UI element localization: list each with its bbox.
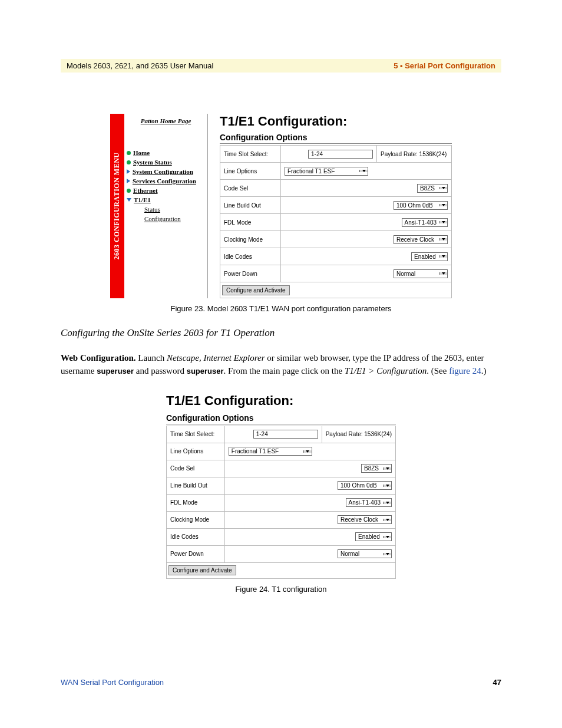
page-footer: WAN Serial Port Configuration 47 (61, 678, 501, 687)
power-down-select[interactable]: Normal (338, 549, 392, 558)
para-seg: .) (481, 366, 487, 375)
power-down-select[interactable]: Normal (394, 269, 448, 278)
panel-title: T1/E1 Configuration: (220, 114, 452, 129)
para-bold-prefix: Web Configuration. (61, 353, 138, 363)
clocking-mode-select[interactable]: Receive Clock (338, 515, 392, 524)
time-slot-label: Time Slot Select: (220, 146, 281, 163)
line-build-select[interactable]: 100 Ohm 0dB (338, 481, 392, 490)
dropdown-icon (439, 187, 447, 189)
dropdown-icon (439, 238, 447, 241)
idle-codes-select[interactable]: Enabled (355, 532, 392, 541)
dropdown-icon (383, 519, 391, 521)
code-sel-select[interactable]: B8ZS (361, 464, 392, 473)
figure-23-screenshot: 2603 CONFIGURATION MENU Patton Home Page… (110, 114, 452, 298)
power-down-label: Power Down (220, 265, 281, 282)
bullet-icon (127, 189, 131, 193)
config-panel: T1/E1 Configuration: Configuration Optio… (207, 114, 452, 298)
para-seg: Launch (138, 353, 167, 363)
configure-activate-button[interactable]: Configure and Activate (168, 565, 236, 575)
bullet-icon (127, 160, 131, 164)
dropdown-icon (439, 272, 447, 275)
line-options-label: Line Options (167, 443, 225, 460)
dropdown-icon (439, 255, 447, 258)
idle-codes-label: Idle Codes (220, 248, 281, 265)
para-seg: . (See (427, 366, 449, 375)
fdl-mode-label: FDL Mode (167, 494, 225, 511)
fig24-panel-subtitle: Configuration Options (166, 413, 396, 424)
para-seg: . From the main page click on the (224, 366, 345, 375)
sidebar-nav: Patton Home Page Home System Status Syst… (124, 114, 207, 298)
dropdown-icon (383, 467, 391, 470)
para-mono: superuser (97, 367, 134, 375)
para-mono: superuser (187, 367, 224, 375)
sidebar-red-stripe: 2603 CONFIGURATION MENU (110, 114, 124, 298)
para-italic: Netscape, Internet Explorer (167, 353, 265, 363)
line-build-label: Line Build Out (167, 477, 225, 494)
time-slot-input[interactable]: 1-24 (308, 150, 373, 159)
page-header: Models 2603, 2621, and 2635 User Manual … (61, 59, 501, 73)
triangle-right-icon (127, 169, 130, 174)
fig24-panel-title: T1/E1 Configuration: (166, 393, 396, 409)
dropdown-icon (383, 485, 391, 487)
dropdown-icon (383, 502, 391, 504)
code-sel-label: Code Sel (167, 460, 225, 477)
payload-rate-text: Payload Rate: 1536K(24) (322, 426, 395, 443)
dropdown-icon (439, 204, 447, 206)
footer-section-link[interactable]: WAN Serial Port Configuration (61, 678, 164, 687)
dropdown-icon (359, 170, 368, 172)
header-left-text: Models 2603, 2621, and 2635 User Manual (67, 61, 213, 70)
bullet-icon (127, 151, 131, 155)
fdl-mode-label: FDL Mode (220, 214, 281, 231)
sidebar-vertical-title: 2603 CONFIGURATION MENU (113, 153, 122, 260)
config-options-table: Time Slot Select: 1-24 Payload Rate: 153… (220, 145, 452, 298)
config-menu-sidebar: 2603 CONFIGURATION MENU Patton Home Page… (110, 114, 207, 298)
figure-24-caption: Figure 24. T1 configuration (61, 585, 501, 594)
header-right-text: 5 • Serial Port Configuration (394, 61, 495, 70)
figure-24-screenshot: T1/E1 Configuration: Configuration Optio… (166, 393, 396, 579)
section-subheading: Configuring the OnSite Series 2603 for T… (61, 327, 501, 339)
triangle-right-icon (127, 179, 130, 183)
line-build-label: Line Build Out (220, 197, 281, 214)
dropdown-icon (303, 450, 312, 453)
sidebar-top-link[interactable]: Patton Home Page (127, 117, 205, 124)
configure-activate-button[interactable]: Configure and Activate (222, 285, 290, 295)
payload-rate-text: Payload Rate: 1536K(24) (377, 146, 452, 163)
idle-codes-select[interactable]: Enabled (411, 252, 448, 261)
body-paragraph: Web Configuration. Launch Netscape, Inte… (61, 352, 501, 378)
dropdown-icon (383, 536, 391, 538)
time-slot-label: Time Slot Select: (167, 426, 225, 443)
line-options-select[interactable]: Fractional T1 ESF (229, 447, 312, 456)
para-seg: and password (134, 366, 187, 375)
nav-system-config[interactable]: System Configuration (133, 168, 193, 175)
clocking-mode-label: Clocking Mode (167, 511, 225, 528)
triangle-down-icon (127, 198, 131, 202)
power-down-label: Power Down (167, 545, 225, 562)
figure-23-caption: Figure 23. Model 2603 T1/E1 WAN port con… (61, 304, 501, 313)
idle-codes-label: Idle Codes (167, 528, 225, 545)
line-options-label: Line Options (220, 163, 281, 180)
fdl-mode-select[interactable]: Ansi-T1-403 (346, 498, 392, 507)
dropdown-icon (439, 221, 447, 223)
nav-t1e1-config[interactable]: Configuration (144, 215, 181, 222)
line-options-select[interactable]: Fractional T1 ESF (285, 167, 368, 176)
page-root: Models 2603, 2621, and 2635 User Manual … (0, 0, 562, 728)
nav-t1e1[interactable]: T1/E1 (134, 196, 151, 203)
panel-subtitle: Configuration Options (220, 133, 452, 144)
time-slot-input[interactable]: 1-24 (253, 430, 318, 439)
nav-t1e1-status[interactable]: Status (144, 206, 160, 213)
code-sel-label: Code Sel (220, 180, 281, 197)
dropdown-icon (383, 553, 391, 555)
line-build-select[interactable]: 100 Ohm 0dB (394, 201, 448, 210)
fdl-mode-select[interactable]: Ansi-T1-403 (402, 218, 448, 227)
nav-services-config[interactable]: Services Configuration (133, 177, 196, 185)
clocking-mode-label: Clocking Mode (220, 231, 281, 248)
para-italic: T1/E1 > Configuration (345, 366, 427, 375)
code-sel-select[interactable]: B8ZS (417, 184, 448, 193)
clocking-mode-select[interactable]: Receive Clock (394, 235, 448, 244)
nav-system-status[interactable]: System Status (133, 159, 172, 166)
nav-home[interactable]: Home (133, 149, 150, 156)
figure-24-link[interactable]: figure 24 (449, 366, 481, 375)
fig24-config-options-table: Time Slot Select: 1-24 Payload Rate: 153… (166, 426, 396, 579)
page-number: 47 (493, 678, 501, 687)
nav-ethernet[interactable]: Ethernet (133, 187, 158, 194)
